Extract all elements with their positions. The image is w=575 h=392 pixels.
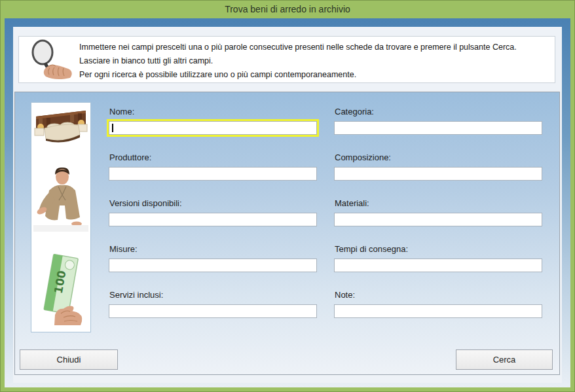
produttore-label: Produttore: [109, 152, 151, 162]
note-input[interactable] [334, 304, 542, 318]
versioni-label: Versioni disponibili: [109, 198, 182, 208]
dialog-content: Immettere nei campi prescelti una o più … [13, 27, 562, 383]
note-label: Note: [335, 290, 355, 300]
instruction-line-3: Per ogni ricerca è possibile utilizzare … [79, 68, 549, 82]
servizi-label: Servizi inclusi: [109, 290, 163, 300]
categoria-input[interactable] [334, 121, 542, 135]
chiudi-button[interactable]: Chiudi [20, 349, 118, 370]
instructions-text: Immettere nei campi prescelti una o più … [79, 41, 549, 82]
search-form-panel: 100 Nome: Produttore: [14, 92, 560, 375]
titlebar: Trova beni di arredo in archivio [0, 0, 575, 18]
instruction-line-2: Lasciare in bianco tutti gli altri campi… [79, 54, 549, 68]
bed-image [33, 107, 88, 145]
euro-note-image: 100 [33, 252, 88, 325]
servizi-input[interactable] [109, 304, 317, 318]
misure-label: Misure: [109, 244, 138, 254]
salesman-image [33, 165, 88, 232]
produttore-input[interactable] [109, 167, 317, 181]
misure-input[interactable] [109, 258, 317, 272]
text-caret [112, 124, 113, 132]
composizione-label: Composizione: [335, 152, 391, 162]
composizione-input[interactable] [334, 167, 542, 181]
dialog-window: Trova beni di arredo in archivio Immette… [0, 0, 575, 392]
instructions-box: Immettere nei campi prescelti una o più … [18, 36, 555, 83]
dialog-frame: Immettere nei campi prescelti una o più … [5, 18, 570, 387]
materiali-input[interactable] [334, 213, 542, 226]
tempi-label: Tempi di consegna: [335, 244, 408, 254]
versioni-input[interactable] [109, 213, 317, 226]
nome-label: Nome: [109, 107, 134, 116]
materiali-label: Materiali: [335, 198, 369, 208]
cerca-button[interactable]: Cerca [456, 349, 553, 370]
categoria-label: Categoria: [335, 107, 374, 116]
window-title: Trova beni di arredo in archivio [225, 4, 350, 14]
sidebar-image-panel: 100 [31, 102, 91, 332]
instruction-line-1: Immettere nei campi prescelti una o più … [79, 41, 549, 54]
tempi-input[interactable] [334, 258, 542, 272]
nome-input[interactable] [109, 121, 317, 135]
magnifier-in-hand-icon [24, 38, 75, 82]
